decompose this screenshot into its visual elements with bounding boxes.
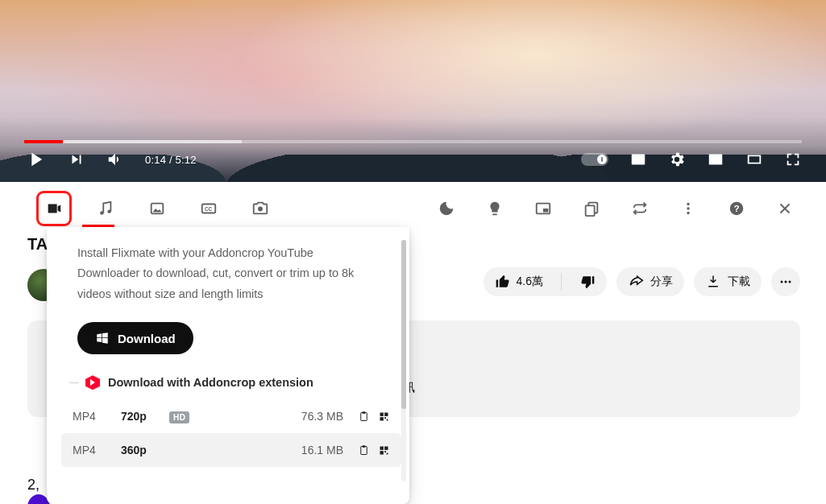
svg-rect-29: [380, 451, 384, 454]
quality-label: 720p: [121, 410, 169, 423]
close-icon[interactable]: [770, 193, 800, 224]
screenshot-tab-icon[interactable]: [245, 193, 276, 224]
svg-rect-18: [361, 412, 367, 420]
miniplayer-button[interactable]: [707, 151, 724, 168]
lightbulb-icon[interactable]: [479, 193, 510, 224]
thumb-down-icon: [579, 274, 596, 290]
promo-text: Install Flixmate with your Addoncrop You…: [77, 243, 377, 304]
theater-button[interactable]: [745, 151, 763, 168]
svg-rect-24: [387, 419, 388, 420]
dislike-button[interactable]: [568, 267, 607, 296]
like-dislike-chip: 4.6萬: [484, 267, 607, 296]
clipboard-icon[interactable]: [358, 444, 370, 456]
more-actions-button[interactable]: [771, 267, 800, 296]
svg-rect-21: [384, 412, 388, 415]
format-label: MP4: [73, 444, 121, 456]
audio-tab-icon[interactable]: [90, 193, 121, 224]
windows-icon: [95, 331, 110, 345]
comment-count-fragment: 2,: [27, 477, 39, 494]
svg-point-1: [107, 209, 110, 213]
addoncrop-logo-icon: [85, 375, 100, 390]
video-actions: 4.6萬 分享 下載: [484, 267, 800, 296]
svg-rect-30: [384, 451, 386, 452]
share-label: 分享: [650, 275, 673, 289]
download-label: 下載: [728, 275, 750, 289]
download-icon: [705, 274, 721, 290]
svg-rect-31: [387, 452, 388, 454]
time-current: 0:14: [145, 154, 166, 166]
popup-scrollbar[interactable]: [401, 240, 406, 481]
clipboard-icon[interactable]: [358, 411, 370, 423]
like-button[interactable]: 4.6萬: [484, 267, 554, 296]
filesize-label: 16.1 MB: [201, 444, 358, 456]
share-button[interactable]: 分享: [616, 267, 684, 296]
like-count: 4.6萬: [517, 275, 543, 289]
download-chip[interactable]: 下載: [694, 267, 762, 296]
share-icon: [628, 274, 644, 290]
svg-rect-20: [380, 412, 384, 415]
fullscreen-button[interactable]: [784, 151, 802, 168]
svg-point-15: [781, 281, 783, 283]
svg-point-16: [785, 281, 787, 283]
svg-rect-25: [361, 446, 367, 454]
qr-icon[interactable]: [378, 411, 390, 423]
autoplay-toggle[interactable]: [581, 153, 608, 166]
help-icon[interactable]: ?: [721, 193, 752, 224]
caption-tab-icon[interactable]: CC: [193, 193, 224, 224]
svg-rect-26: [363, 445, 366, 448]
svg-rect-7: [543, 209, 548, 213]
volume-button[interactable]: [106, 151, 124, 168]
svg-text:CC: CC: [205, 206, 213, 212]
download-btn-label: Download: [118, 332, 176, 345]
svg-point-0: [100, 211, 103, 214]
more-horiz-icon: [778, 274, 794, 290]
filesize-label: 76.3 MB: [201, 410, 358, 423]
flixmate-download-button[interactable]: Download: [77, 322, 193, 354]
time-display: 0:14 / 5:12: [145, 154, 197, 166]
hd-badge-slot: HD: [169, 410, 201, 423]
video-player[interactable]: 0:14 / 5:12: [0, 0, 826, 182]
qr-icon[interactable]: [378, 444, 390, 456]
download-row[interactable]: MP4720pHD76.3 MB: [61, 399, 401, 433]
svg-point-11: [687, 207, 689, 209]
pip-icon[interactable]: [528, 193, 558, 224]
settings-button[interactable]: [668, 151, 686, 168]
svg-point-10: [687, 203, 689, 205]
page-content: TA 訊 2, 4.6萬 分享 下載 I: [0, 227, 826, 504]
svg-rect-9: [586, 205, 595, 216]
format-label: MP4: [73, 410, 121, 423]
svg-rect-23: [384, 417, 386, 419]
copy-icon[interactable]: [576, 193, 607, 224]
image-tab-icon[interactable]: [142, 193, 172, 224]
svg-point-12: [687, 212, 689, 214]
svg-rect-19: [363, 411, 366, 414]
section-title: Download with Addoncrop extension: [108, 376, 313, 389]
svg-rect-22: [380, 417, 384, 420]
svg-point-17: [789, 281, 791, 283]
video-title-fragment: TA: [27, 235, 48, 254]
dark-mode-icon[interactable]: [431, 193, 462, 224]
download-popup: Install Flixmate with your Addoncrop You…: [47, 227, 409, 504]
svg-rect-27: [380, 446, 384, 449]
svg-point-5: [258, 207, 263, 212]
loop-icon[interactable]: [625, 193, 655, 224]
svg-text:?: ?: [734, 204, 740, 213]
time-total: 5:12: [176, 154, 197, 166]
next-button[interactable]: [68, 151, 85, 168]
subtitles-button[interactable]: [629, 151, 647, 168]
svg-rect-28: [384, 446, 388, 449]
more-vert-icon[interactable]: [673, 193, 704, 224]
quality-label: 360p: [121, 444, 169, 456]
video-tab-icon[interactable]: [39, 193, 69, 224]
download-row[interactable]: MP4360p16.1 MB: [61, 433, 401, 467]
extension-toolbar: CC ?: [0, 182, 826, 227]
play-button[interactable]: [24, 148, 47, 171]
thumb-up-icon: [495, 274, 511, 290]
